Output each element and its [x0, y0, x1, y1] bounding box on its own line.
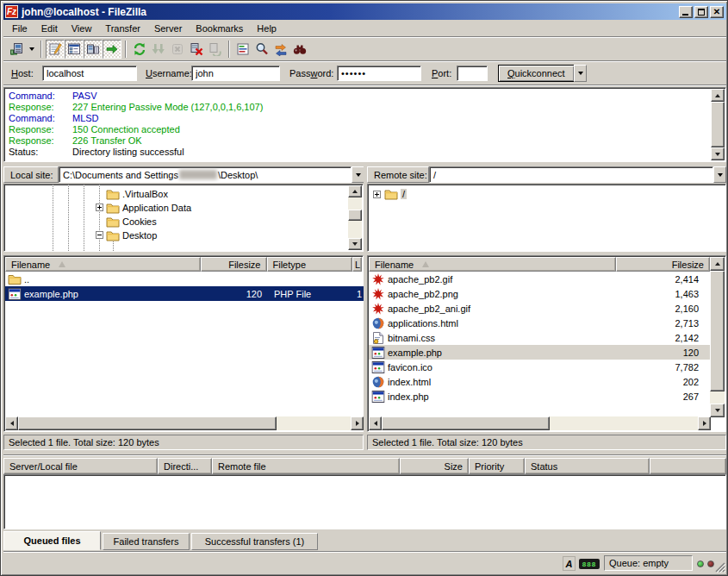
file-row[interactable]: apache_pb2.gif 2,414 — [369, 272, 710, 286]
column-header-server-local-file[interactable]: Server/Local file — [3, 458, 158, 474]
ascii-type-icon[interactable]: A — [563, 556, 576, 571]
tree-item-root[interactable]: / — [384, 187, 407, 201]
tree-item-desktop[interactable]: Desktop — [106, 229, 157, 242]
transfer-queue-list[interactable] — [3, 474, 726, 529]
file-row-parent-dir[interactable]: .. — [5, 272, 364, 286]
tab-failed-transfers[interactable]: Failed transfers — [103, 533, 190, 550]
menu-edit[interactable]: Edit — [34, 22, 65, 35]
column-header-filesize[interactable]: Filesize — [616, 257, 710, 272]
reconnect-button[interactable] — [206, 40, 225, 59]
scroll-down-button[interactable] — [711, 147, 725, 160]
scroll-right-button[interactable] — [698, 416, 711, 430]
scroll-up-button[interactable] — [348, 185, 362, 197]
scroll-thumb[interactable] — [18, 416, 277, 430]
toggle-remote-tree-button[interactable] — [84, 40, 103, 59]
scroll-up-button[interactable] — [711, 89, 725, 102]
disconnect-button[interactable] — [187, 40, 206, 59]
directory-comparison-button[interactable] — [252, 40, 271, 59]
find-files-button[interactable] — [290, 40, 309, 59]
titlebar[interactable]: Fz john@localhost - FileZilla ✕ — [3, 3, 726, 20]
remote-list-hscrollbar[interactable] — [369, 416, 711, 430]
folder-icon — [384, 189, 398, 200]
column-header-filename[interactable]: Filename — [369, 257, 616, 272]
file-row[interactable]: apache_pb2.png 1,463 — [369, 286, 710, 301]
remote-site-dropdown-button[interactable] — [713, 166, 726, 183]
column-header-size[interactable]: Size — [400, 458, 469, 474]
log-scrollbar[interactable] — [711, 89, 725, 160]
speed-limits-icon[interactable]: 888 — [579, 559, 600, 569]
toggle-transfer-queue-button[interactable] — [103, 40, 121, 59]
local-status-text: Selected 1 file. Total size: 120 bytes — [3, 435, 364, 450]
remote-site-path[interactable]: / — [429, 166, 713, 183]
password-input[interactable] — [337, 66, 421, 81]
file-row[interactable]: favicon.ico 7,782 — [369, 360, 710, 374]
tab-queued-files[interactable]: Queued files — [3, 531, 101, 550]
port-input[interactable] — [457, 66, 488, 81]
maximize-button[interactable] — [694, 6, 708, 18]
collapse-icon[interactable] — [96, 231, 103, 239]
tree-item-cookies[interactable]: Cookies — [106, 215, 157, 229]
scroll-thumb[interactable] — [348, 210, 362, 221]
file-row[interactable]: index.html 202 — [369, 374, 710, 389]
expand-icon[interactable] — [373, 191, 381, 198]
menu-file[interactable]: File — [5, 22, 34, 35]
scroll-thumb[interactable] — [711, 102, 725, 147]
scroll-right-button[interactable] — [351, 416, 364, 430]
host-input[interactable] — [42, 66, 137, 81]
menu-transfer[interactable]: Transfer — [98, 22, 147, 35]
file-row[interactable]: applications.html 2,713 — [369, 316, 710, 330]
minimize-button[interactable] — [679, 6, 693, 18]
tab-successful-transfers[interactable]: Successful transfers (1) — [191, 533, 318, 550]
refresh-button[interactable] — [130, 40, 149, 59]
column-header-filetype[interactable]: Filetype — [267, 257, 353, 272]
username-input[interactable] — [191, 66, 280, 81]
file-row[interactable]: apache_pb2_ani.gif 2,160 — [369, 301, 710, 316]
scroll-thumb[interactable] — [710, 271, 725, 391]
column-header-remote-file[interactable]: Remote file — [212, 458, 400, 474]
menu-server[interactable]: Server — [147, 22, 189, 35]
site-manager-dropdown-button[interactable] — [26, 40, 37, 59]
scroll-up-button[interactable] — [710, 257, 725, 271]
local-list-hscrollbar[interactable] — [5, 416, 364, 430]
resize-grip[interactable] — [714, 561, 726, 573]
local-tree-scrollbar[interactable] — [348, 185, 362, 250]
local-site-dropdown-button[interactable] — [352, 166, 364, 183]
scroll-thumb[interactable] — [382, 416, 550, 430]
scroll-left-button[interactable] — [369, 416, 382, 430]
column-header-priority[interactable]: Priority — [469, 458, 525, 474]
local-site-path[interactable]: C:\Documents and Settings\Desktop\ — [59, 166, 352, 183]
tree-item-application-data[interactable]: Application Data — [106, 201, 191, 215]
column-header-direction[interactable]: Directi... — [158, 458, 212, 474]
toggle-message-log-button[interactable] — [46, 40, 65, 59]
tree-item-virtualbox[interactable]: .VirtualBox — [106, 187, 168, 201]
column-header-last-modified[interactable]: L — [352, 257, 362, 272]
directory-listing-filters-button[interactable] — [233, 40, 252, 59]
remote-file-list: Filename Filesize apache_pb2.gif 2,414 a… — [367, 255, 726, 432]
file-row[interactable]: index.php 267 — [369, 389, 710, 404]
file-row[interactable]: bitnami.css 2,142 — [369, 330, 710, 345]
toolbar-separator — [228, 41, 230, 58]
menu-bookmarks[interactable]: Bookmarks — [189, 22, 250, 35]
scroll-left-button[interactable] — [5, 416, 18, 430]
synchronized-browsing-button[interactable] — [271, 40, 290, 59]
column-header-status[interactable]: Status — [525, 458, 650, 474]
site-manager-button[interactable] — [7, 40, 26, 59]
process-queue-button[interactable] — [149, 40, 168, 59]
column-header-filesize[interactable]: Filesize — [201, 257, 267, 272]
scroll-down-button[interactable] — [710, 404, 725, 417]
quickconnect-dropdown-button[interactable] — [574, 65, 587, 82]
cancel-button[interactable] — [168, 40, 187, 59]
column-header-filename[interactable]: Filename — [5, 257, 201, 272]
queue-led-red — [707, 560, 714, 567]
remote-list-vscrollbar[interactable] — [710, 257, 725, 417]
app-icon[interactable]: Fz — [5, 5, 18, 18]
toggle-local-tree-button[interactable] — [65, 40, 84, 59]
quickconnect-button[interactable]: Quickconnect — [498, 65, 575, 82]
close-button[interactable]: ✕ — [710, 6, 724, 18]
menu-view[interactable]: View — [65, 22, 99, 35]
scroll-down-button[interactable] — [348, 238, 362, 250]
file-row-example-php[interactable]: example.php 120 PHP File 1 — [5, 286, 364, 301]
menu-help[interactable]: Help — [250, 22, 283, 35]
expand-icon[interactable] — [96, 203, 103, 211]
file-row-selected[interactable]: example.php 120 — [369, 345, 710, 360]
